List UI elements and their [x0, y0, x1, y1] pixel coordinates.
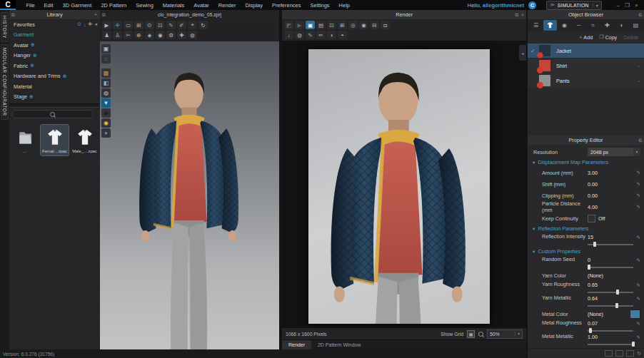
menu-settings[interactable]: Settings: [306, 2, 334, 9]
avatar-3d-model[interactable]: [111, 63, 268, 349]
surface-view-icon[interactable]: ◍: [101, 88, 111, 98]
row-options-icon[interactable]: ▫: [638, 63, 640, 68]
edit-pen-icon[interactable]: ✎: [637, 181, 640, 187]
fitting-icon[interactable]: ⚙: [166, 31, 176, 39]
property-value[interactable]: 0.00: [588, 193, 598, 199]
edit-pen-icon[interactable]: ✎: [637, 235, 640, 240]
refresh-icon[interactable]: ↻: [637, 351, 641, 357]
back-icon[interactable]: ◂: [94, 21, 97, 27]
slider-value[interactable]: 1.00: [588, 334, 598, 340]
garment-fit-icon[interactable]: ▼: [101, 98, 111, 108]
image-viewer-icon[interactable]: ▤: [316, 21, 326, 29]
add-circle-icon[interactable]: ⊕: [31, 42, 35, 48]
measure-icon[interactable]: ⌖: [188, 21, 197, 29]
render-image-icon[interactable]: ▣: [306, 21, 315, 29]
add-button[interactable]: +Add: [579, 34, 593, 41]
video-capture-icon[interactable]: ⊞: [338, 21, 347, 29]
username-link[interactable]: allegorithmicnet: [483, 2, 524, 9]
move-gizmo-icon[interactable]: ✛: [113, 21, 122, 29]
add-circle-icon[interactable]: ⊕: [30, 63, 34, 68]
search-input[interactable]: [12, 110, 93, 118]
slider-value[interactable]: 0.65: [588, 282, 598, 288]
slider-thumb[interactable]: [632, 342, 635, 347]
menu-display[interactable]: Display: [241, 2, 268, 9]
turntable-icon[interactable]: ◍: [188, 31, 197, 39]
garment-tab-icon[interactable]: [543, 20, 557, 31]
project-tab[interactable]: clo_integration_demo_05.zprj: [158, 12, 221, 17]
lamp-icon[interactable]: ◖: [327, 31, 336, 39]
section-reflection-parameters[interactable]: ▼Reflection Parameters: [528, 224, 644, 233]
edit-pen-icon[interactable]: ✎: [637, 204, 640, 210]
edit-pen-icon[interactable]: ✎: [637, 170, 640, 175]
scene-list-icon[interactable]: ☰: [529, 20, 543, 31]
menu-3d-garment[interactable]: 3D Garment: [58, 2, 96, 9]
edit-pen-icon[interactable]: ✎: [637, 193, 640, 198]
edit-sewing-icon[interactable]: ✐: [177, 21, 186, 29]
pin-icon[interactable]: ⊙: [145, 21, 154, 29]
resolution-dropdown[interactable]: 2048 px▾: [588, 148, 640, 156]
turntable-render-icon[interactable]: ◍: [295, 31, 304, 39]
select-tool-icon[interactable]: ▶: [102, 21, 111, 29]
edit-pen-icon[interactable]: ✎: [637, 296, 640, 302]
simulation-button[interactable]: ≫ SIMULATION ▾: [546, 1, 602, 10]
tab-render[interactable]: Render: [282, 340, 311, 349]
slider-value[interactable]: 0: [588, 257, 590, 263]
slider-value[interactable]: 0.64: [588, 295, 598, 302]
viewport-3d[interactable]: ⧉ clo_integration_demo_05.zprj ▶✛▭⊞⊙⊡✎✐⌖…: [100, 10, 279, 349]
minimize-button[interactable]: –: [613, 2, 623, 9]
mesh-view-icon[interactable]: ◧: [101, 78, 111, 88]
copy-button[interactable]: ❐Copy: [599, 34, 617, 41]
image-properties-icon[interactable]: ◎: [348, 21, 358, 29]
show-grid-toggle[interactable]: ▦: [467, 330, 475, 338]
property-value[interactable]: 3.00: [588, 170, 598, 176]
library-item-material[interactable]: Material: [9, 81, 100, 92]
slider-track[interactable]: [588, 330, 633, 332]
popout-icon[interactable]: ⧉: [102, 12, 106, 18]
download-icon[interactable]: ↓: [84, 22, 86, 27]
library-thumbnail-male-zpac[interactable]: Male_....zpac: [71, 125, 99, 155]
menu-file[interactable]: File: [21, 2, 39, 9]
viewport-canvas[interactable]: ▣◌▩◧◍▼◆◉●: [100, 41, 279, 349]
slider-thumb[interactable]: [593, 242, 596, 247]
menu-edit[interactable]: Edit: [39, 2, 58, 9]
sync-icon[interactable]: ⊙: [77, 21, 81, 27]
save-image-icon[interactable]: ↓: [284, 31, 293, 39]
sync-render-icon[interactable]: ◩: [284, 21, 293, 29]
row-options-icon[interactable]: ▫: [638, 78, 640, 83]
schedule-render-icon[interactable]: ▶: [295, 21, 304, 29]
popout-icon[interactable]: ⧉: [515, 12, 519, 18]
add-circle-icon[interactable]: ⊕: [33, 53, 37, 58]
slider-track[interactable]: [588, 305, 633, 307]
topstitch-tab-icon[interactable]: ≈: [586, 20, 600, 31]
object-row-shirt[interactable]: Shirt▫: [528, 58, 644, 73]
tab-2d-pattern-window[interactable]: 2D Pattern Window: [311, 340, 367, 349]
slider-thumb[interactable]: [589, 328, 592, 333]
library-item-favorites[interactable]: Favorites⊙↓✚◂: [9, 19, 100, 30]
add-circle-icon[interactable]: ⊕: [63, 73, 67, 79]
section-custom-properties[interactable]: ▼Custom Properties: [528, 247, 644, 256]
buttonhole-tab-icon[interactable]: ✚: [600, 20, 614, 31]
add-avatar-icon[interactable]: ✚: [177, 31, 186, 39]
scissors-icon[interactable]: ✂: [124, 31, 133, 39]
add-icon[interactable]: ✚: [89, 21, 93, 27]
menu-help[interactable]: Help: [334, 2, 354, 9]
slider-thumb[interactable]: [615, 303, 618, 308]
edit-pen-icon[interactable]: ✎: [637, 334, 640, 340]
close-icon[interactable]: ×: [521, 12, 524, 18]
sewing-tool-icon[interactable]: ✎: [166, 21, 176, 29]
checkbox[interactable]: [588, 215, 595, 223]
color-value[interactable]: (None): [588, 311, 603, 317]
render-canvas[interactable]: ◂: [282, 41, 526, 328]
library-thumbnail-femal-zpac[interactable]: Femal....zpac: [41, 125, 69, 155]
camera-properties-icon[interactable]: ⊟: [370, 21, 379, 29]
color-swatch[interactable]: [630, 310, 640, 319]
cloud-render-icon[interactable]: ◘: [381, 21, 390, 29]
avatar-tape-icon[interactable]: ◉: [156, 31, 165, 39]
object-row-jacket[interactable]: ✓Jacket▫: [528, 44, 644, 58]
snapshot-icon[interactable]: ⊡: [327, 21, 336, 29]
airbrush-icon[interactable]: ✏: [316, 31, 326, 39]
slider-track[interactable]: [588, 344, 633, 345]
library-item-fabric[interactable]: Fabric⊕: [9, 61, 100, 71]
color-value[interactable]: (None): [588, 272, 603, 279]
slider-track[interactable]: [588, 292, 633, 293]
